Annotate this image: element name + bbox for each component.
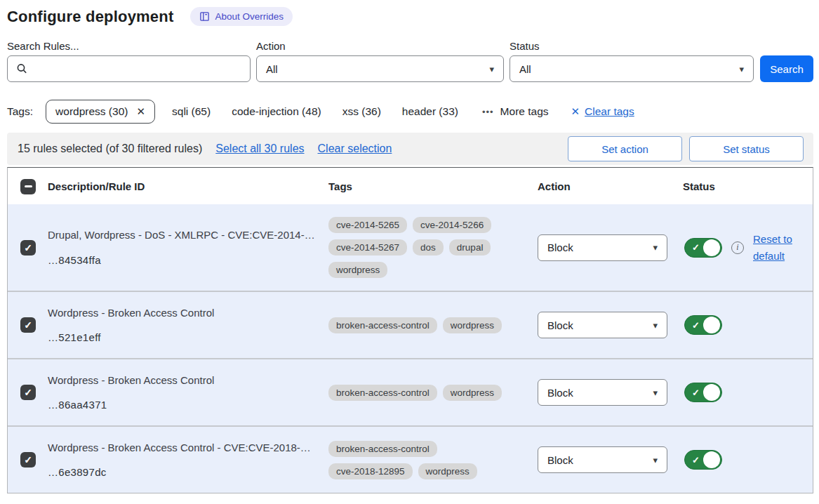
rule-tag: cve-2014-5267 <box>328 239 407 256</box>
selected-tag-chip-wordpress[interactable]: wordpress (30) ✕ <box>46 100 155 124</box>
search-button[interactable]: Search <box>760 55 813 82</box>
rule-status-toggle[interactable]: ✓ <box>684 383 722 402</box>
status-filter-select[interactable]: All ▾ <box>510 55 754 82</box>
rule-status-toggle[interactable]: ✓ <box>684 315 722 335</box>
tags-bar: Tags: wordpress (30) ✕ sqli (65) code-in… <box>7 100 813 124</box>
rule-tag: broken-access-control <box>328 385 437 401</box>
rule-id: …86aa4371 <box>48 399 316 411</box>
action-filter-field: Action All ▾ <box>256 40 504 82</box>
rule-action-select[interactable]: Block ▾ <box>538 234 667 261</box>
rule-tag: broken-access-control <box>328 317 437 333</box>
close-icon[interactable]: ✕ <box>136 105 145 118</box>
check-icon: ✓ <box>692 243 700 252</box>
toggle-knob <box>703 384 720 401</box>
rule-tag: dos <box>413 239 444 256</box>
row-checkbox[interactable]: ✓ <box>20 317 36 333</box>
page-title: Configure deployment <box>7 8 173 26</box>
close-icon: ✕ <box>571 105 580 118</box>
rule-action-value: Block <box>547 319 573 331</box>
rule-tags: broken-access-control cve-2018-12895 wor… <box>328 441 538 479</box>
chevron-down-icon: ▾ <box>739 64 744 74</box>
toggle-knob <box>703 239 720 256</box>
more-tags-button[interactable]: ••• More tags <box>482 105 549 118</box>
rule-tag: wordpress <box>418 463 477 479</box>
selection-bar: 15 rules selected (of 30 filtered rules)… <box>7 133 813 165</box>
row-checkbox[interactable]: ✓ <box>20 385 36 400</box>
check-icon: ✓ <box>24 320 32 330</box>
clear-selection-link[interactable]: Clear selection <box>318 142 392 155</box>
rule-id: …84534ffa <box>48 254 316 266</box>
rule-description: Drupal, Wordpress - DoS - XMLRPC - CVE:C… <box>48 229 316 242</box>
chevron-down-icon: ▾ <box>653 387 658 398</box>
info-icon[interactable]: i <box>731 241 744 254</box>
rule-id: …6e3897dc <box>48 466 316 478</box>
column-header-description: Description/Rule ID <box>48 180 328 192</box>
search-field: Search Rules... <box>7 40 251 82</box>
filters-row: Search Rules... Action All ▾ <box>7 40 813 82</box>
row-checkbox[interactable]: ✓ <box>20 240 36 256</box>
row-checkbox[interactable]: ✓ <box>20 452 36 467</box>
tag-link-code-injection[interactable]: code-injection (48) <box>232 105 321 118</box>
action-filter-select[interactable]: All ▾ <box>256 55 504 82</box>
configure-deployment-page: Configure deployment About Overrides Sea… <box>0 0 819 493</box>
tag-link-sqli[interactable]: sqli (65) <box>172 105 211 118</box>
select-all-checkbox[interactable] <box>20 179 36 194</box>
reset-to-default-link[interactable]: Reset to default <box>753 231 798 265</box>
rule-status-toggle[interactable]: ✓ <box>684 238 722 258</box>
table-row: ✓ Wordpress - Broken Access Control …521… <box>8 291 813 358</box>
table-row: ✓ Wordpress - Broken Access Control - CV… <box>8 425 813 493</box>
rule-tag: cve-2014-5265 <box>328 217 407 233</box>
rule-action-select[interactable]: Block ▾ <box>538 446 667 473</box>
selection-summary: 15 rules selected (of 30 filtered rules) <box>18 142 202 155</box>
set-action-button[interactable]: Set action <box>568 136 682 161</box>
rule-description: Wordpress - Broken Access Control <box>48 307 316 320</box>
indeterminate-dash-icon <box>25 185 32 187</box>
rule-action-value: Block <box>547 387 573 399</box>
page-header: Configure deployment About Overrides <box>7 7 813 26</box>
check-icon: ✓ <box>692 388 700 397</box>
check-icon: ✓ <box>24 455 32 465</box>
set-status-button[interactable]: Set status <box>689 136 804 161</box>
rule-action-select[interactable]: Block ▾ <box>538 312 667 338</box>
check-icon: ✓ <box>24 387 32 397</box>
rule-tag: drupal <box>449 239 491 256</box>
rules-table: Description/Rule ID Tags Action Status ✓… <box>7 167 813 493</box>
more-tags-label: More tags <box>500 105 549 118</box>
chevron-down-icon: ▾ <box>489 64 494 74</box>
selected-tag-label: wordpress (30) <box>55 105 128 118</box>
rule-status-toggle[interactable]: ✓ <box>684 450 722 470</box>
table-header-row: Description/Rule ID Tags Action Status <box>8 168 813 204</box>
column-header-status: Status <box>683 180 813 192</box>
table-row: ✓ Drupal, Wordpress - DoS - XMLRPC - CVE… <box>8 204 813 291</box>
rule-tags: broken-access-control wordpress <box>328 317 538 333</box>
clear-tags-link[interactable]: ✕ Clear tags <box>571 105 634 118</box>
tag-link-xss[interactable]: xss (36) <box>342 105 381 118</box>
status-filter-field: Status All ▾ <box>510 40 754 82</box>
search-label: Search Rules... <box>7 40 251 52</box>
about-overrides-badge[interactable]: About Overrides <box>190 7 293 26</box>
rule-tag: wordpress <box>443 317 502 333</box>
clear-tags-label: Clear tags <box>585 105 634 118</box>
rule-tags: cve-2014-5265 cve-2014-5266 cve-2014-526… <box>328 217 538 278</box>
rule-action-select[interactable]: Block ▾ <box>538 379 667 406</box>
toggle-knob <box>703 317 720 333</box>
rule-action-value: Block <box>547 454 573 466</box>
toggle-knob <box>703 451 720 468</box>
tags-label: Tags: <box>7 105 33 118</box>
tag-link-header[interactable]: header (33) <box>402 105 458 118</box>
select-all-rules-link[interactable]: Select all 30 rules <box>215 142 304 155</box>
rule-tag: cve-2018-12895 <box>328 463 413 479</box>
ellipsis-icon: ••• <box>482 107 494 117</box>
rule-tag: wordpress <box>328 262 387 278</box>
check-icon: ✓ <box>24 243 32 253</box>
action-filter-value: All <box>266 63 278 75</box>
search-rules-input[interactable] <box>36 56 250 81</box>
rule-id: …521e1eff <box>48 331 316 343</box>
chevron-down-icon: ▾ <box>653 320 658 331</box>
check-icon: ✓ <box>692 456 700 465</box>
column-header-action: Action <box>538 180 683 192</box>
chevron-down-icon: ▾ <box>653 455 658 465</box>
status-filter-value: All <box>519 63 531 75</box>
book-icon <box>199 11 210 22</box>
chevron-down-icon: ▾ <box>653 242 658 253</box>
